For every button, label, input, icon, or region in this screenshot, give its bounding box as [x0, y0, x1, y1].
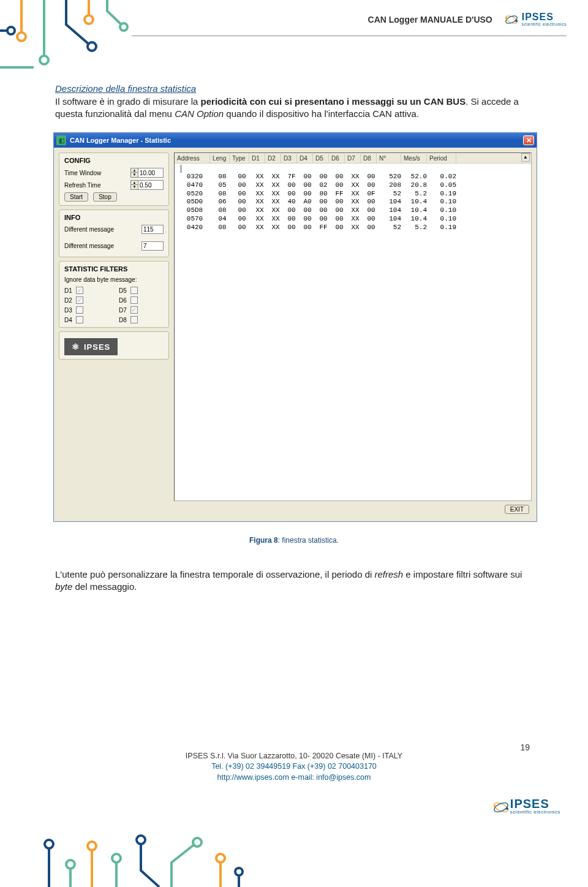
checkbox-d2[interactable]: ✓	[76, 296, 83, 304]
footer-line1: IPSES S.r.l. Via Suor Lazzarotto, 10- 20…	[0, 751, 588, 762]
cursor-icon	[181, 165, 531, 173]
start-button[interactable]: Start	[64, 192, 88, 202]
filter-d3[interactable]: D3	[64, 306, 109, 314]
checkbox-d5[interactable]	[130, 287, 138, 294]
footer-line2: Tel. (+39) 02 39449519 Fax (+39) 02 7004…	[0, 761, 588, 772]
th-leng: Leng	[210, 154, 230, 163]
svg-point-16	[505, 17, 508, 20]
exit-button[interactable]: EXIT	[505, 505, 529, 514]
diff-msg2-label: Different message	[64, 243, 139, 249]
th-type: Type	[230, 154, 249, 163]
table-row: 03200800XXXX7F000000XX0052052.00.02	[177, 173, 531, 181]
svg-point-5	[120, 23, 127, 31]
paragraph-2: L'utente può personalizzare la finestra …	[55, 568, 533, 594]
filters-subtitle: Ignore data byte message:	[64, 276, 164, 283]
decor-bottom-left	[37, 829, 245, 887]
svg-point-4	[7, 27, 15, 34]
close-button[interactable]: ✕	[523, 135, 534, 145]
stop-button[interactable]: Stop	[93, 192, 117, 202]
th-mess: Mes/s	[401, 154, 427, 163]
refresh-time-label: Refresh Time	[64, 182, 128, 189]
statistic-window: ◧ CAN Logger Manager - Statistic ✕ CONFI…	[53, 132, 537, 522]
checkbox-d4[interactable]	[76, 316, 83, 323]
th-n: N°	[377, 154, 401, 163]
svg-point-17	[515, 20, 518, 22]
logo: IPSES scientific electronics	[505, 12, 567, 26]
info-panel: INFO Different message Different message	[59, 209, 169, 257]
filter-d7[interactable]: D7✓	[119, 306, 164, 314]
time-window-input[interactable]: ▲▼	[130, 168, 164, 178]
filter-d4[interactable]: D4	[64, 316, 109, 323]
logo-icon	[493, 799, 507, 813]
diff-msg2-value	[141, 241, 164, 251]
th-d3: D3	[281, 154, 297, 163]
svg-point-2	[88, 42, 96, 51]
svg-point-13	[235, 868, 243, 875]
th-d1: D1	[249, 154, 265, 163]
svg-point-1	[40, 56, 48, 64]
paragraph-1: Il software è in grado di misurare la pe…	[55, 96, 533, 121]
table-row: 04200800XXXX0000FF00XX00525.20.19	[177, 224, 531, 232]
svg-point-12	[216, 854, 225, 862]
checkbox-d7[interactable]: ✓	[130, 306, 138, 314]
checkbox-d3[interactable]	[76, 306, 83, 314]
svg-point-20	[494, 805, 496, 807]
app-icon: ◧	[56, 135, 66, 145]
filters-panel: STATISTIC FILTERS Ignore data byte messa…	[59, 261, 169, 328]
config-title: CONFIG	[64, 157, 164, 164]
scroll-up-icon[interactable]: ▲	[521, 153, 530, 162]
th-d7: D7	[345, 154, 361, 163]
figure-caption: Figura 8: finestra statistica.	[55, 535, 533, 545]
ipses-badge: ⚛ IPSES	[64, 338, 118, 355]
statistic-table: AddressLengTypeD1D2D3D4D5D6D7D8N°Mes/sPe…	[174, 153, 532, 501]
checkbox-d8[interactable]	[130, 316, 138, 323]
svg-point-7	[66, 860, 75, 869]
th-address: Address	[175, 154, 210, 163]
brand-panel: ⚛ IPSES	[59, 331, 169, 360]
th-period: Period	[427, 154, 456, 163]
section-title: Descrizione della finestra statistica	[55, 83, 533, 95]
info-title: INFO	[64, 214, 164, 221]
diff-msg1-label: Different message	[64, 226, 139, 233]
filter-d8[interactable]: D8	[119, 316, 164, 323]
svg-point-9	[112, 854, 121, 862]
window-title: CAN Logger Manager - Statistic	[70, 137, 171, 144]
logo-main: IPSES	[522, 12, 567, 22]
filters-title: STATISTIC FILTERS	[64, 265, 164, 273]
checkbox-d6[interactable]	[130, 296, 138, 304]
filter-d6[interactable]: D6	[119, 296, 164, 304]
svg-point-3	[85, 15, 93, 24]
doc-title: CAN Logger MANUALE D'USO	[368, 15, 492, 25]
th-d6: D6	[329, 154, 345, 163]
table-row: 04700500XXXX00000200XX0020820.80.05	[177, 181, 531, 190]
filter-d5[interactable]: D5	[119, 287, 164, 294]
th-d2: D2	[265, 154, 281, 163]
config-panel: CONFIG Time Window ▲▼ Refresh Time ▲▼	[59, 153, 169, 206]
table-row: 05200800XXXX000080FFXX0F525.20.19	[177, 190, 531, 198]
table-row: 05D80800XXXX00000000XX0010410.40.10	[177, 206, 531, 215]
filter-d1[interactable]: D1✓	[64, 287, 109, 294]
footer: IPSES S.r.l. Via Suor Lazzarotto, 10- 20…	[0, 751, 588, 783]
svg-point-21	[506, 807, 508, 810]
svg-point-6	[45, 840, 53, 848]
svg-point-10	[137, 836, 145, 844]
filter-d2[interactable]: D2✓	[64, 296, 109, 304]
table-row: 05700400XXXX00000000XX0010410.40.10	[177, 215, 531, 224]
svg-point-8	[88, 842, 96, 850]
logo-footer: IPSES scientific electronics	[493, 798, 560, 815]
svg-point-11	[193, 838, 202, 847]
table-row: 05D00600XXXX40A00000XX0010410.40.10	[177, 198, 531, 206]
refresh-time-input[interactable]: ▲▼	[130, 180, 164, 190]
svg-point-0	[17, 32, 26, 41]
time-window-label: Time Window	[64, 170, 128, 176]
th-d8: D8	[361, 154, 377, 163]
header-rule	[132, 36, 567, 36]
logo-sub: scientific electronics	[522, 22, 567, 26]
titlebar: ◧ CAN Logger Manager - Statistic ✕	[54, 133, 537, 148]
th-d4: D4	[297, 154, 313, 163]
decor-top-left	[0, 0, 129, 80]
checkbox-d1[interactable]: ✓	[76, 287, 83, 294]
atom-icon: ⚛	[72, 342, 80, 352]
logo-icon	[505, 13, 518, 26]
footer-line3: http://www.ipses.com e-mail: info@ipses.…	[0, 772, 588, 783]
